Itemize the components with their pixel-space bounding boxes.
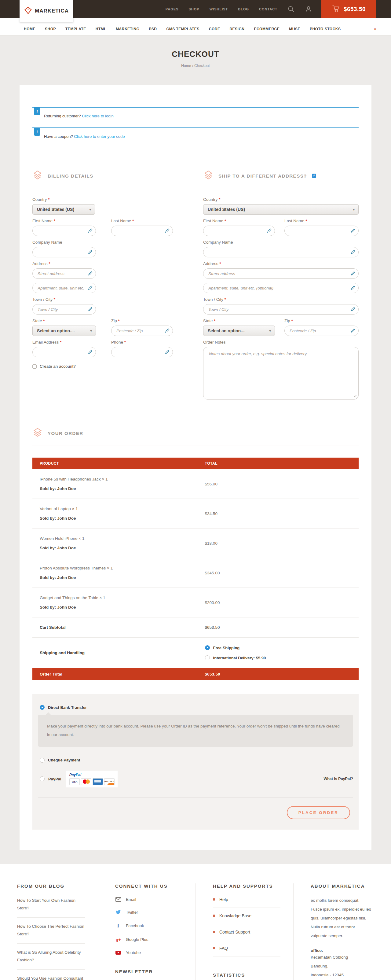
menu-item-design[interactable]: DESIGN [229, 27, 244, 31]
shipping-last-name-input[interactable] [285, 226, 359, 236]
radio-selected-icon[interactable] [40, 705, 45, 710]
address-line: Indonesia - 12345 [311, 970, 378, 979]
free-shipping-option[interactable]: Free Shipping [205, 645, 351, 650]
help-link[interactable]: Knowladge Base [213, 908, 280, 924]
your-order-header: YOUR ORDER [32, 427, 359, 439]
help-link[interactable]: FAQ [213, 940, 280, 956]
email-social-link[interactable]: Email [115, 897, 183, 902]
user-account-icon[interactable] [305, 5, 312, 13]
shipping-section-header: SHIP TO A DIFFERENT ADDRESS? [203, 170, 359, 181]
shipping-first-name-input[interactable] [203, 226, 275, 236]
billing-email-input[interactable] [32, 347, 96, 357]
cart-button[interactable]: $653.50 [321, 0, 376, 18]
shipping-town-input[interactable] [203, 304, 359, 315]
google-plus-social-link[interactable]: g+ Google Plus [115, 937, 183, 942]
your-order-section: YOUR ORDER PRODUCT TOTAL iPhone 5s with … [32, 427, 359, 680]
youtube-social-link[interactable]: Youtube [115, 950, 183, 955]
product-total: $345.00 [205, 571, 351, 575]
billing-section-header: BILLING DETAILS [32, 170, 186, 181]
menu-item-code[interactable]: CODE [209, 27, 220, 31]
billing-zip-input[interactable] [111, 326, 173, 336]
blog-post-link[interactable]: How To Choose The Perfect Fashion Store? [17, 918, 85, 943]
shipping-handling-label: Shipping and Handling [40, 651, 205, 655]
billing-email-label: Email Address * [32, 340, 96, 345]
cart-subtotal-value: $653.50 [205, 625, 351, 630]
shipping-zip-input[interactable] [285, 326, 359, 336]
menu-item-marketing[interactable]: MARKETING [116, 27, 139, 31]
header-nav-pages[interactable]: PAGES [165, 7, 179, 11]
billing-address-label: Address * [32, 261, 186, 266]
twitter-social-link[interactable]: Twitter [115, 910, 183, 915]
billing-first-name-input[interactable] [32, 226, 96, 236]
help-link[interactable]: Contact Support [213, 924, 280, 940]
header-nav-blog[interactable]: BLOG [238, 7, 249, 11]
blog-post-link[interactable]: Should You Use Fashion Consultant Servic… [17, 970, 85, 980]
menu-item-psd[interactable]: PSD [149, 27, 157, 31]
billing-company-input[interactable] [32, 247, 96, 258]
footer: FROM OUR BLOG How To Start Your Own Fash… [0, 864, 391, 980]
shipping-company-input[interactable] [203, 247, 359, 258]
menu-item-home[interactable]: HOME [24, 27, 35, 31]
logo[interactable]: MARKETICA [19, 0, 73, 22]
about-text: ec mollis lorem consequat. Fusce ipsum e… [311, 896, 372, 940]
menu-item-photo-stocks[interactable]: PHOTO STOCKS [310, 27, 341, 31]
billing-street-input[interactable] [32, 268, 96, 279]
edit-pen-icon [88, 271, 92, 277]
search-icon[interactable] [288, 5, 295, 13]
international-delivery-label: International Delivery: $5.90 [213, 655, 266, 660]
login-link[interactable]: Click here to login [82, 114, 113, 118]
help-heading: HELP AND SUPPORTS [213, 883, 280, 889]
radio-selected-icon[interactable] [205, 645, 210, 650]
shipping-handling-row: Shipping and Handling Free Shipping Inte… [32, 638, 359, 668]
menu-item-ecommerce[interactable]: ECOMMERCE [254, 27, 280, 31]
international-delivery-option[interactable]: International Delivery: $5.90 [205, 655, 351, 660]
paypal-radio-icon[interactable] [40, 776, 45, 781]
cheque-payment-option[interactable]: Cheque Payment [38, 758, 353, 763]
billing-town-input[interactable] [32, 304, 96, 315]
shipping-state-select[interactable]: Select an option.... [203, 326, 275, 336]
breadcrumb: Home › Checkout [0, 64, 391, 68]
header-nav-contact[interactable]: CONTACT [259, 7, 277, 11]
place-order-button[interactable]: PLACE ORDER [287, 806, 350, 819]
shipping-street-input[interactable] [203, 268, 359, 279]
blog-post-link[interactable]: How To Start Your Own Fashion Store? [17, 892, 85, 918]
menu-more-chevron-icon[interactable]: » [374, 26, 376, 32]
header-nav-wishlist[interactable]: WISHLIST [210, 7, 228, 11]
radio-icon[interactable] [205, 655, 210, 660]
billing-country-select[interactable]: United States (US) [32, 204, 95, 215]
bank-transfer-option[interactable]: Direct Bank Transfer [38, 705, 353, 710]
product-total: $200.00 [205, 600, 351, 605]
header-nav-shop[interactable]: SHOP [189, 7, 199, 11]
radio-icon[interactable] [40, 758, 45, 763]
help-link[interactable]: Help [213, 892, 280, 908]
menu-item-cms-templates[interactable]: CMS TEMPLATES [166, 27, 199, 31]
billing-phone-input[interactable] [111, 347, 173, 357]
menu-item-muse[interactable]: MUSE [289, 27, 300, 31]
billing-state-select[interactable]: Select an option.... [32, 326, 96, 336]
resize-grip-icon[interactable] [354, 396, 358, 399]
order-total-value: $653.50 [205, 672, 351, 676]
shipping-apartment-input[interactable] [203, 283, 359, 293]
paypal-cards-image: PayPal VISA DISCOVER [66, 771, 118, 788]
create-account-checkbox[interactable] [32, 364, 37, 369]
ship-different-address-checkbox[interactable] [312, 173, 316, 178]
coupon-link[interactable]: Click here to enter your code [74, 134, 125, 139]
breadcrumb-home-link[interactable]: Home [181, 64, 191, 68]
shipping-country-select[interactable]: United States (US) [203, 204, 359, 215]
page-title: CHECKOUT [0, 49, 391, 59]
visa-card-icon: VISA [69, 778, 80, 785]
menu-item-shop[interactable]: SHOP [45, 27, 56, 31]
shipping-town-label: Town / City * [203, 297, 359, 302]
site-header: MARKETICA PAGES SHOP WISHLIST BLOG CONTA… [0, 0, 391, 18]
product-column-header: PRODUCT [40, 461, 205, 466]
billing-last-name-input[interactable] [111, 226, 173, 236]
menu-item-template[interactable]: TEMPLATE [65, 27, 86, 31]
facebook-social-link[interactable]: f Facebook [115, 923, 183, 929]
coupon-text: Have a coupon? [44, 134, 73, 139]
what-is-paypal-link[interactable]: What is PayPal? [324, 777, 353, 781]
billing-apartment-input[interactable] [32, 283, 96, 293]
menu-item-html[interactable]: HTML [95, 27, 106, 31]
order-notes-textarea[interactable] [203, 347, 359, 399]
billing-company-label: Company Name [32, 240, 186, 245]
blog-post-link[interactable]: What is So Alluring About Celebrity Fash… [17, 943, 85, 970]
